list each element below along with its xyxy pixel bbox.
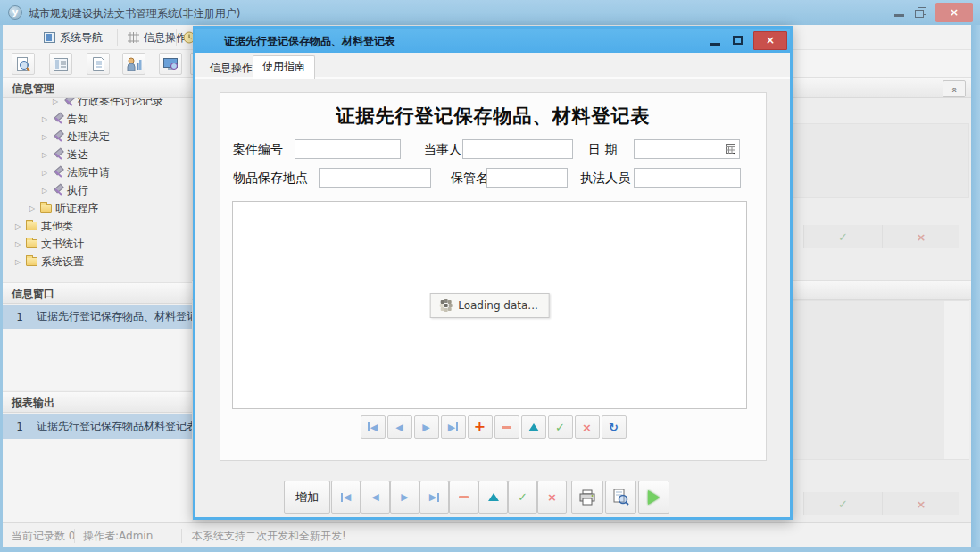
toolbar-user-button[interactable] bbox=[122, 53, 145, 75]
check-icon: ✓ bbox=[518, 490, 527, 504]
bar-icon bbox=[437, 493, 439, 502]
menu-separator bbox=[117, 29, 118, 46]
date-input[interactable] bbox=[635, 140, 724, 158]
storage-place-field[interactable] bbox=[319, 168, 431, 188]
tree-item-notify[interactable]: ▷告知 bbox=[3, 110, 192, 128]
nav-next-button[interactable]: ▶ bbox=[414, 415, 439, 439]
custodian-input[interactable] bbox=[487, 169, 567, 187]
toolbar-list-button[interactable] bbox=[49, 53, 72, 75]
case-no-field[interactable] bbox=[295, 139, 401, 159]
section-header-info-window[interactable]: 信息窗口 bbox=[3, 282, 192, 304]
dialog-maximize-button[interactable] bbox=[733, 36, 743, 45]
arrow-left-icon: ◀ bbox=[370, 422, 378, 432]
folder-icon bbox=[26, 257, 37, 266]
nav-cancel-button[interactable]: × bbox=[575, 415, 600, 439]
toolbar-delete-button[interactable] bbox=[449, 481, 478, 514]
add-button[interactable]: 增加 bbox=[284, 481, 330, 514]
run-button[interactable] bbox=[638, 481, 669, 514]
section-header-info-mgmt[interactable]: 信息管理 bbox=[3, 77, 192, 98]
nav-first-button[interactable]: ◀ bbox=[361, 415, 386, 439]
toolbar-next-button[interactable]: ▶ bbox=[390, 481, 419, 514]
collapse-panel-button[interactable]: « bbox=[943, 80, 966, 97]
nav-delete-button[interactable] bbox=[494, 415, 519, 439]
toolbar-cancel-button[interactable]: × bbox=[537, 481, 567, 514]
toolbar-search-button[interactable] bbox=[12, 53, 35, 75]
status-message: 本系统支持二次开发和全新开发! bbox=[192, 529, 346, 544]
tree-item-label: 告知 bbox=[67, 112, 88, 127]
nav-post-button[interactable]: ✓ bbox=[548, 415, 573, 439]
dialog-minimize-button[interactable] bbox=[710, 43, 720, 46]
expand-arrow-icon[interactable]: ▷ bbox=[15, 258, 22, 266]
print-button[interactable] bbox=[571, 481, 603, 514]
expand-arrow-icon[interactable]: ▷ bbox=[15, 240, 22, 248]
expand-arrow-icon[interactable]: ▷ bbox=[42, 151, 49, 159]
party-field[interactable] bbox=[462, 139, 573, 159]
app-window: y 城市规划建设执法文书管理系统(非注册用户) × 系统导航 信息操作 使用指南 bbox=[0, 0, 980, 552]
expand-arrow-icon[interactable]: ▷ bbox=[42, 169, 49, 177]
nav-refresh-button[interactable]: ↻ bbox=[602, 415, 627, 439]
arrow-right-icon: ▶ bbox=[401, 492, 408, 502]
tree-item-doc-stats[interactable]: ▷文书统计 bbox=[3, 235, 192, 253]
nav-insert-button[interactable]: + bbox=[468, 415, 493, 439]
expand-arrow-icon[interactable]: ▷ bbox=[42, 115, 49, 123]
custodian-field[interactable] bbox=[486, 168, 568, 188]
expand-arrow-icon[interactable]: ▷ bbox=[15, 222, 22, 230]
nav-last-button[interactable]: ▶ bbox=[441, 415, 466, 439]
toolbar-last-button[interactable]: ▶ bbox=[419, 481, 449, 514]
monitor-icon bbox=[44, 32, 55, 43]
background-cancel-button[interactable]: × bbox=[882, 225, 959, 248]
background-post-button[interactable]: ✓ bbox=[803, 492, 882, 515]
expand-arrow-icon[interactable]: ▷ bbox=[29, 205, 37, 213]
label-party: 当事人 bbox=[424, 142, 461, 158]
officer-field[interactable] bbox=[634, 168, 741, 188]
arrow-right-icon: ▶ bbox=[429, 492, 436, 502]
toolbar-monitor-button[interactable] bbox=[159, 53, 182, 75]
officer-input[interactable] bbox=[635, 169, 740, 187]
background-cancel-button[interactable]: × bbox=[882, 492, 959, 515]
toolbar-edit-button[interactable] bbox=[478, 481, 508, 514]
dialog-titlebar[interactable]: 证据先行登记保存物品、材料登记表 × bbox=[195, 29, 790, 53]
tree-item-label: 行政案件讨论记录 bbox=[78, 98, 163, 109]
toolbar-document-button[interactable] bbox=[87, 53, 110, 75]
close-button[interactable]: × bbox=[935, 3, 973, 22]
dialog-close-button[interactable]: × bbox=[753, 31, 787, 50]
restore-button[interactable] bbox=[915, 7, 927, 16]
detail-grid-area[interactable]: Loading data... bbox=[232, 201, 747, 409]
arrow-right-icon: ▶ bbox=[448, 422, 455, 432]
tree-item-decision[interactable]: ▷处理决定 bbox=[3, 128, 192, 146]
tab-user-guide[interactable]: 使用指南 bbox=[253, 55, 315, 79]
case-no-input[interactable] bbox=[295, 140, 400, 158]
expand-arrow-icon[interactable]: ▷ bbox=[42, 187, 49, 195]
tree-item-hearing[interactable]: ▷听证程序 bbox=[3, 199, 192, 217]
toolbar-post-button[interactable]: ✓ bbox=[508, 481, 537, 514]
toolbar-first-button[interactable]: ◀ bbox=[331, 481, 361, 514]
tree-item-delivery[interactable]: ▷送达 bbox=[3, 146, 192, 163]
nav-edit-button[interactable] bbox=[521, 415, 546, 439]
expand-arrow-icon[interactable]: ▷ bbox=[42, 133, 49, 141]
calendar-dropdown-button[interactable] bbox=[724, 141, 738, 157]
date-field[interactable] bbox=[634, 139, 740, 159]
menu-item-system-nav[interactable]: 系统导航 bbox=[40, 29, 106, 46]
nav-prior-button[interactable]: ◀ bbox=[387, 415, 412, 439]
section-header-report-output[interactable]: 报表输出 bbox=[3, 391, 192, 413]
expand-arrow-icon[interactable]: ▷ bbox=[53, 98, 60, 105]
report-output-row[interactable]: 1 证据先行登记保存物品材料登记表 bbox=[3, 414, 192, 439]
tree-item-execute[interactable]: ▷执行 bbox=[3, 181, 192, 199]
tree-item-case-discussion[interactable]: ▷行政案件讨论记录 bbox=[3, 98, 192, 110]
background-post-button[interactable]: ✓ bbox=[803, 225, 882, 248]
minimize-button[interactable] bbox=[893, 9, 906, 18]
status-separator bbox=[181, 529, 182, 543]
restore-icon bbox=[915, 7, 926, 18]
tree-item-court-apply[interactable]: ▷法院申请 bbox=[3, 163, 192, 181]
toolbar-prior-button[interactable]: ◀ bbox=[361, 481, 390, 514]
party-input[interactable] bbox=[463, 140, 572, 158]
info-window-row[interactable]: 1 证据先行登记保存物品、材料登记表 bbox=[3, 305, 192, 329]
tree-item-settings[interactable]: ▷系统设置 bbox=[3, 253, 192, 271]
row-label: 证据先行登记保存物品材料登记表 bbox=[37, 419, 192, 434]
storage-place-input[interactable] bbox=[320, 169, 430, 187]
evidence-register-dialog: 证据先行登记保存物品、材料登记表 × 信息操作 使用指南 证据先行登记保存物品、… bbox=[193, 26, 793, 520]
tree-item-others[interactable]: ▷其他类 bbox=[3, 217, 192, 235]
print-preview-button[interactable] bbox=[605, 481, 636, 514]
tree-item-label: 处理决定 bbox=[67, 130, 110, 145]
folder-icon bbox=[40, 204, 52, 213]
